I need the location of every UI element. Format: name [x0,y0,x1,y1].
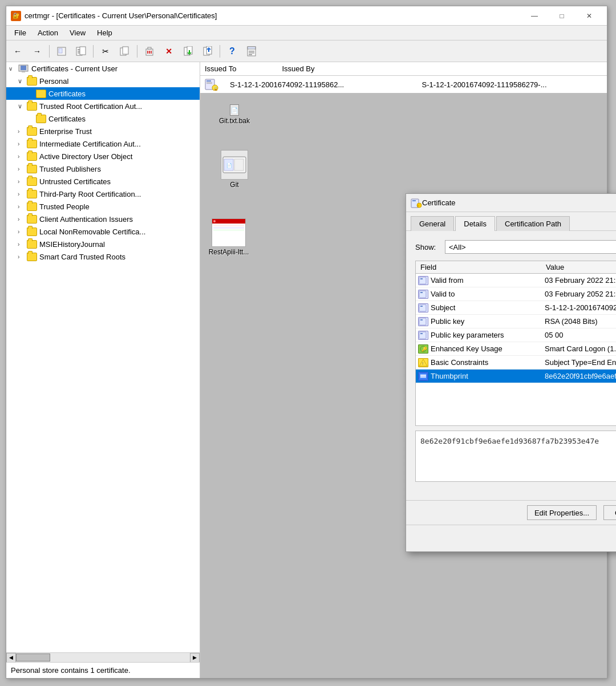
restapi-label: RestApiii-ltt... [209,248,249,256]
edit-properties-button[interactable]: Edit Properties... [527,505,597,520]
tree-item-active-directory[interactable]: › Active Directory User Object [6,150,200,163]
personal-folder-icon [27,77,37,86]
pubkey-params-name: Public key parameters [431,331,545,339]
hscroll-left[interactable]: ◀ [6,653,16,663]
menu-action[interactable]: Action [32,27,64,39]
toolbar-properties-button[interactable] [242,43,261,60]
tab-details[interactable]: Details [455,216,495,231]
fields-table: Field Value Valid from 03 Febr [415,261,616,426]
certs-sub-label: Certificates [48,115,86,123]
tree-item-enterprise[interactable]: › Enterprise Trust [6,125,200,137]
toolbar-x-button[interactable]: ✕ [160,43,178,60]
tree-item-smart-card[interactable]: › Smart Card Trusted Roots [6,250,200,263]
tree-item-trusted-people[interactable]: › Trusted People [6,200,200,213]
pubkey-icon [418,317,428,326]
svg-rect-21 [248,47,256,49]
field-row-eku[interactable]: 🔑 Enhanced Key Usage Smart Card Logon (1… [416,342,616,356]
field-row-valid-to[interactable]: Valid to 03 February 2052 21:38:21 [416,287,616,301]
maximize-button[interactable]: □ [549,8,575,24]
toolbar-import-button[interactable] [198,43,217,60]
tree-item-client-auth[interactable]: › Client Authentication Issuers [6,213,200,225]
svg-text:!: ! [418,204,419,208]
cert-row[interactable]: 🔒 S-1-12-1-2001674092-11195862... S-1-12… [200,76,607,93]
value-display: 8e62e20f91cbf9e6aefe1d93687fa7b23953e47e [415,431,616,482]
field-row-public-key[interactable]: Public key RSA (2048 Bits) [416,315,616,328]
minimize-button[interactable]: — [521,8,548,24]
tab-certification-path[interactable]: Certification Path [496,216,570,231]
toolbar-copy-button[interactable] [116,43,134,60]
tree-item-thirdparty[interactable]: › Third-Party Root Certification... [6,188,200,200]
intermediate-arrow: › [18,141,27,147]
tp-arrow: › [18,166,27,172]
hscroll-thumb[interactable] [16,653,50,661]
svg-rect-23 [249,52,254,54]
toolbar-export-button[interactable] [179,43,197,60]
valid-from-icon [418,276,428,285]
personal-arrow: ∨ [18,78,27,85]
tree-hscrollbar[interactable]: ◀ ▶ [6,652,200,662]
subject-icon [418,303,428,312]
left-panel: ∨ Certificates - Current User ∨ Personal [6,62,200,678]
desktop-icon-gittxtbak[interactable]: 📄 Git.txt.bak [212,104,257,125]
tree-item-msie[interactable]: › MSIEHistoryJournal [6,238,200,250]
field-row-thumbprint[interactable]: Thumbprint 8e62e20f91cbf9e6aefe1d9368... [416,370,616,383]
menu-file[interactable]: File [9,27,32,39]
copy-to-file-button[interactable]: Copy to File... [603,505,616,520]
subject-name: Subject [431,303,545,312]
svg-rect-58 [420,376,426,377]
svg-rect-49 [420,319,423,320]
toolbar-separator-2 [93,45,94,58]
toolbar-cut-button[interactable]: ✂ [96,43,115,60]
svg-rect-43 [420,278,423,279]
toolbar-btn-4[interactable] [72,43,90,60]
menu-bar: File Action View Help [6,26,607,40]
show-select-wrapper: <All> [445,240,616,254]
menu-view[interactable]: View [64,27,91,39]
show-select[interactable]: <All> [445,240,616,254]
close-button[interactable]: ✕ [576,8,602,24]
enterprise-folder-icon [27,127,37,136]
menu-help[interactable]: Help [91,27,118,39]
tree-area[interactable]: ∨ Certificates - Current User ∨ Personal [6,62,200,652]
tab-general[interactable]: General [411,216,454,231]
pubkey-name: Public key [431,317,545,326]
field-row-pubkey-params[interactable]: Public key parameters 05 00 [416,328,616,342]
toolbar-btn-3[interactable] [52,43,71,60]
forward-button[interactable]: → [28,43,46,60]
tree-item-trusted-root[interactable]: ∨ Trusted Root Certification Aut... [6,100,200,112]
sc-label: Smart Card Trusted Roots [39,253,125,261]
tp-label: Trusted Publishers [39,165,101,173]
tree-item-intermediate[interactable]: › Intermediate Certification Aut... [6,137,200,150]
svg-text:📄: 📄 [226,163,232,168]
text-file-icon: 📄 [230,104,239,116]
dialog-title-icon: ! [411,198,422,208]
tree-root[interactable]: ∨ Certificates - Current User [6,62,200,75]
ca-folder-icon [27,215,37,224]
tree-item-local-nonremovable[interactable]: › Local NonRemovable Certifica... [6,225,200,238]
value-col-header: Value [546,263,616,271]
tree-item-certificates[interactable]: Certificates [6,87,200,100]
toolbar-separator-4 [220,45,220,58]
restapi-thumbnail [212,218,246,247]
desktop-icon-restapi[interactable]: RestApiii-ltt... [206,218,252,256]
svg-rect-6 [80,47,86,55]
hscroll-right[interactable]: ▶ [190,653,200,663]
field-row-basic-constraints[interactable]: ! Basic Constraints Subject Type=End Ent… [416,356,616,370]
uc-label: Untrusted Certificates [39,177,111,186]
field-row-valid-from[interactable]: Valid from 03 February 2022 21:28:21 [416,274,616,287]
back-button[interactable]: ← [9,43,27,60]
tree-item-certs-sub[interactable]: Certificates [6,112,200,125]
tree-item-trusted-pub[interactable]: › Trusted Publishers [6,163,200,175]
toolbar-help-button[interactable]: ? [223,43,241,60]
git-folder-icon: 📄 [221,150,248,180]
svg-rect-26 [21,66,26,70]
desktop-icon-git[interactable]: 📄 Git [212,150,257,189]
certificate-dialog: ! Certificate ✕ General Details Certific… [406,193,616,552]
tree-item-personal[interactable]: ∨ Personal [6,75,200,87]
field-row-subject[interactable]: Subject S-1-12-1-2001674092-111958... [416,301,616,315]
toolbar-delete-button[interactable] [140,43,159,60]
cert-issued-by: S-1-12-1-2001674092-1119586279-... [422,80,603,89]
dialog-title-text: Certificate [422,198,456,207]
tree-item-untrusted[interactable]: › Untrusted Certificates [6,175,200,188]
trusted-root-label: Trusted Root Certification Aut... [39,102,142,111]
